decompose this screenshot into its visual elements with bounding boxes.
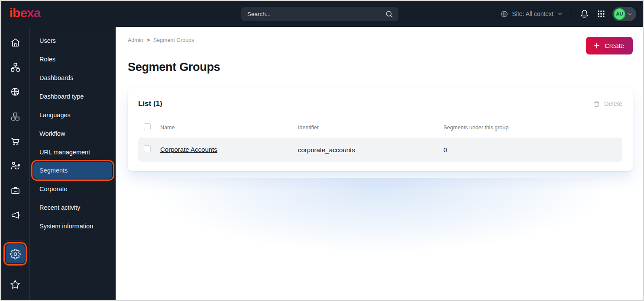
sidebar-item-users[interactable]: Users [30,31,116,50]
breadcrumb-separator: > [146,37,149,43]
sidebar-item-url-management[interactable]: URL management [30,143,116,161]
main-icon-rail [1,27,30,300]
sidebar-item-dashboard-type[interactable]: Dashboard type [30,87,116,106]
table-header-row: Name Identifier Segments under this grou… [138,117,622,137]
sidebar-item-system-information[interactable]: System information [30,217,116,235]
segment-group-count: 0 [443,146,622,154]
site-context-selector[interactable]: Site: All context [500,10,563,18]
app-window: ibexa Site: All context [0,0,644,301]
rail-divider [6,240,25,240]
breadcrumb: Admin > Segment Groups [128,37,194,43]
rail-item-settings-active[interactable] [6,244,25,263]
topbar-divider [571,9,571,19]
sidebar-item-dashboards[interactable]: Dashboards [30,68,116,87]
bell-icon [580,10,589,19]
rail-item-content-tree[interactable] [1,55,29,80]
rail-divider [6,271,25,271]
user-target-icon [10,160,21,171]
column-header-name: Name [160,125,298,131]
chevron-down-icon [557,11,563,17]
delete-button-label: Delete [604,100,622,107]
rail-item-product-catalog[interactable] [1,104,29,129]
delete-button[interactable]: Delete [593,100,622,108]
sitemap-icon [10,62,21,73]
globe-icon [500,10,508,18]
create-button[interactable]: Create [586,37,633,54]
breadcrumb-segment-groups[interactable]: Segment Groups [153,37,194,43]
chevron-down-icon [627,11,633,17]
sidebar-item-recent-activity[interactable]: Recent activity [30,198,116,217]
segment-group-link[interactable]: Corporate Accounts [160,146,217,153]
sidebar-item-segments[interactable]: Segments [33,162,112,179]
sidebar-item-roles[interactable]: Roles [30,50,116,68]
sidebar-item-languages[interactable]: Languages [30,106,116,124]
home-icon [10,37,21,48]
page-title: Segment Groups [128,61,220,74]
segment-group-identifier: corporate_accounts [298,146,443,154]
sidebar-item-workflow[interactable]: Workflow [30,124,116,143]
rail-item-site[interactable] [1,80,29,104]
main-content: Admin > Segment Groups Create Segment Gr… [116,27,643,300]
notifications-button[interactable] [579,9,590,19]
star-icon [10,279,21,290]
site-context-label: Site: All context [512,10,553,17]
app-switcher-button[interactable] [596,9,606,19]
topbar-controls: Site: All context AU [500,7,636,21]
segment-groups-list-card: List (1) Delete Name Identifier Segme [128,88,633,171]
column-header-segments-under-group: Segments under this group [443,125,622,131]
column-header-identifier: Identifier [298,125,443,131]
plus-icon [593,42,600,49]
row-checkbox[interactable] [144,145,151,152]
rail-item-bookmarks[interactable] [10,277,21,292]
globe-cursor-icon [10,86,21,97]
gear-icon [10,249,21,259]
badge-icon [10,185,21,196]
ibexa-logo[interactable]: ibexa [10,6,41,21]
top-bar: ibexa Site: All context [1,1,643,27]
rail-item-commerce[interactable] [1,129,29,154]
cart-icon [10,136,21,147]
search-icon[interactable] [385,10,393,18]
rail-item-personalization[interactable] [1,154,29,178]
global-search[interactable] [241,7,398,21]
boxes-icon [10,111,21,122]
create-button-label: Create [605,42,624,49]
admin-sidebar: Users Roles Dashboards Dashboard type La… [30,27,116,300]
rail-item-marketing[interactable] [1,203,29,227]
search-input[interactable] [247,11,385,17]
segment-groups-table: Name Identifier Segments under this grou… [138,117,622,162]
user-menu[interactable]: AU [612,7,636,21]
table-row: Corporate Accounts corporate_accounts 0 [138,138,622,162]
grid-icon [597,10,605,18]
list-title: List (1) [138,99,162,108]
trash-icon [593,100,600,108]
card-glow [116,178,643,299]
select-all-checkbox[interactable] [144,123,151,130]
sidebar-item-corporate[interactable]: Corporate [30,179,116,198]
rail-bottom-section [1,240,29,300]
megaphone-icon [10,210,21,221]
rail-item-home[interactable] [1,30,29,55]
breadcrumb-admin[interactable]: Admin [128,37,143,43]
rail-item-subscriptions[interactable] [1,178,29,203]
avatar: AU [614,8,625,20]
